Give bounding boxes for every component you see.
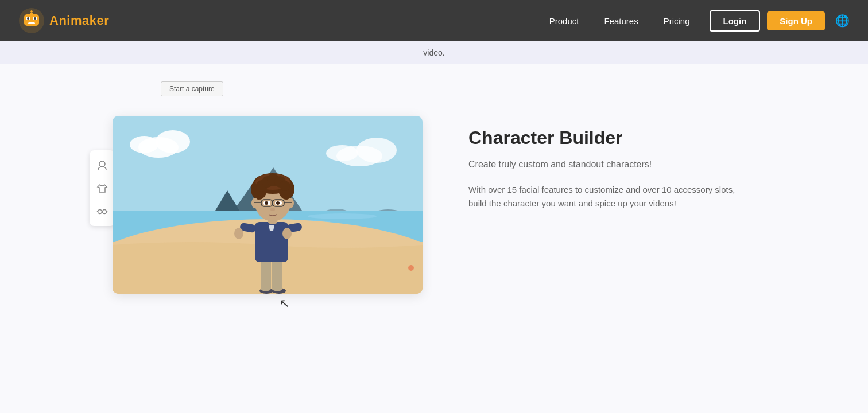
logo[interactable]: Animaker — [18, 7, 109, 34]
feature-description: With over 15 facial features to customiz… — [468, 183, 755, 211]
hero-banner-text: video. — [423, 48, 444, 57]
svg-point-5 — [27, 17, 29, 20]
nav-pricing[interactable]: Pricing — [653, 11, 700, 30]
nav-product[interactable]: Product — [539, 11, 590, 30]
logo-icon — [18, 7, 45, 34]
svg-rect-42 — [272, 259, 282, 291]
svg-point-11 — [103, 210, 107, 214]
glasses-icon[interactable] — [94, 203, 110, 219]
svg-line-14 — [107, 211, 108, 212]
svg-point-48 — [282, 228, 292, 239]
illustration-panel: ↖ — [113, 116, 423, 294]
nav-features[interactable]: Features — [594, 11, 648, 30]
head-icon[interactable] — [94, 157, 110, 173]
scene-svg — [113, 116, 423, 294]
main-nav: Product Features Pricing Login Sign Up 🌐 — [539, 10, 850, 32]
svg-point-20 — [356, 138, 397, 163]
svg-point-21 — [326, 145, 358, 161]
svg-point-10 — [98, 210, 102, 214]
svg-point-18 — [130, 136, 158, 153]
svg-rect-41 — [261, 259, 271, 291]
main-content: Start a capture — [0, 64, 868, 413]
language-icon[interactable]: 🌐 — [835, 14, 850, 28]
svg-point-8 — [30, 10, 33, 13]
side-toolbar — [90, 150, 115, 226]
content-layout: ↖ Character Builder Create truly custom … — [90, 81, 778, 317]
svg-point-64 — [265, 201, 268, 205]
svg-point-6 — [34, 17, 36, 20]
capture-button[interactable]: Start a capture — [161, 81, 223, 96]
svg-point-65 — [276, 201, 280, 205]
svg-point-71 — [270, 208, 275, 211]
svg-point-30 — [308, 213, 377, 219]
svg-rect-4 — [28, 22, 35, 24]
svg-point-17 — [156, 130, 190, 153]
body-icon[interactable] — [94, 180, 110, 196]
svg-point-59 — [280, 181, 290, 191]
cursor: ↖ — [278, 295, 290, 311]
login-button[interactable]: Login — [710, 10, 761, 32]
character-scene — [113, 116, 423, 294]
svg-line-13 — [97, 211, 98, 212]
svg-point-9 — [99, 161, 105, 167]
feature-title: Character Builder — [468, 127, 755, 149]
navbar: Animaker Product Features Pricing Login … — [0, 0, 868, 41]
svg-point-34 — [408, 265, 414, 271]
svg-point-60 — [251, 198, 258, 208]
signup-button[interactable]: Sign Up — [767, 11, 825, 30]
feature-subtitle: Create truly custom and standout charact… — [468, 158, 755, 172]
description-panel: Character Builder Create truly custom an… — [468, 116, 755, 211]
logo-text: Animaker — [49, 13, 109, 28]
svg-point-61 — [287, 198, 294, 208]
svg-point-47 — [234, 228, 243, 239]
hero-banner: video. — [0, 41, 868, 64]
